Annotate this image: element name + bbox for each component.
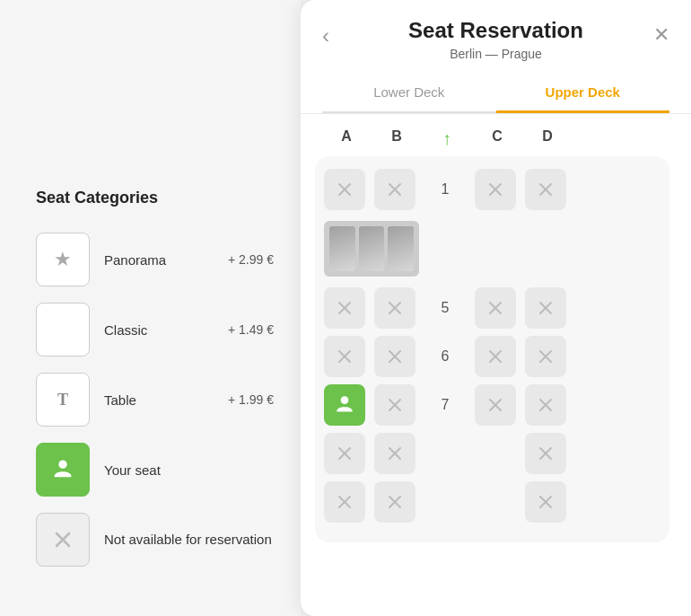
x-svg bbox=[53, 530, 73, 550]
table-icon: T bbox=[36, 373, 90, 427]
svg-point-0 bbox=[58, 461, 66, 469]
seat-5d[interactable] bbox=[525, 287, 566, 329]
seat-6d[interactable] bbox=[525, 336, 566, 377]
modal-header: ‹ ✕ Seat Reservation Berlin — Prague Low… bbox=[301, 0, 691, 114]
row-num-7: 7 bbox=[424, 384, 466, 426]
seat-6a[interactable] bbox=[324, 336, 365, 377]
categories-title: Seat Categories bbox=[36, 189, 274, 207]
panorama-row bbox=[324, 217, 660, 280]
table-row: 1 bbox=[324, 169, 660, 210]
seat-8a[interactable] bbox=[324, 433, 365, 474]
category-table: T Table + 1.99 € bbox=[36, 373, 274, 427]
panorama-price: + 2.99 € bbox=[228, 252, 274, 267]
seat-8d[interactable] bbox=[525, 433, 566, 474]
seat-8b[interactable] bbox=[374, 433, 415, 474]
seat-1d[interactable] bbox=[525, 169, 566, 210]
col-d: D bbox=[525, 128, 570, 149]
tab-lower-deck[interactable]: Lower Deck bbox=[322, 74, 496, 113]
seat-6c[interactable] bbox=[475, 336, 516, 377]
seat-7a-selected[interactable] bbox=[324, 384, 365, 426]
row-num-pano bbox=[424, 228, 466, 269]
panorama-visual bbox=[324, 221, 419, 277]
seat-5a[interactable] bbox=[324, 287, 365, 329]
your-seat-label: Your seat bbox=[104, 462, 274, 478]
classic-price: + 1.49 € bbox=[228, 322, 274, 337]
row-num-5: 5 bbox=[424, 287, 466, 329]
pano-strip-1 bbox=[329, 226, 355, 271]
seat-8c bbox=[475, 433, 516, 474]
seat-9d[interactable] bbox=[525, 481, 566, 523]
pano-strip-3 bbox=[388, 226, 414, 271]
seat-1b[interactable] bbox=[374, 169, 415, 210]
svg-point-27 bbox=[341, 396, 349, 404]
table-row: 7 bbox=[324, 384, 660, 426]
unavailable-label: Not available for reservation bbox=[104, 531, 274, 549]
seat-1a[interactable] bbox=[324, 169, 365, 210]
panorama-label: Panorama bbox=[104, 252, 228, 268]
category-unavailable: Not available for reservation bbox=[36, 513, 274, 567]
seat-9b[interactable] bbox=[374, 481, 415, 523]
seat-area: 1 bbox=[315, 156, 669, 542]
left-panel: Seat Categories ★ Panorama + 2.99 € Clas… bbox=[0, 0, 301, 616]
pano-strip-2 bbox=[359, 226, 385, 271]
table-row bbox=[324, 481, 660, 523]
back-button[interactable]: ‹ bbox=[315, 20, 337, 52]
seat-9a[interactable] bbox=[324, 481, 365, 523]
table-price: + 1.99 € bbox=[228, 392, 274, 407]
table-row: 6 bbox=[324, 336, 660, 377]
col-b: B bbox=[374, 128, 419, 149]
category-classic: Classic + 1.49 € bbox=[36, 303, 274, 356]
unavailable-icon bbox=[36, 513, 90, 567]
category-panorama: ★ Panorama + 2.99 € bbox=[36, 233, 274, 286]
close-button[interactable]: ✕ bbox=[646, 20, 677, 50]
table-row: 5 bbox=[324, 287, 660, 329]
classic-label: Classic bbox=[104, 322, 228, 338]
your-seat-icon bbox=[36, 443, 90, 497]
seat-7d[interactable] bbox=[525, 384, 566, 426]
classic-icon bbox=[36, 303, 90, 356]
modal-title: Seat Reservation bbox=[322, 18, 669, 43]
seat-5c[interactable] bbox=[475, 287, 516, 329]
deck-tabs: Lower Deck Upper Deck bbox=[322, 74, 669, 113]
selected-seat-person-icon bbox=[333, 393, 356, 417]
row-num-9 bbox=[424, 481, 466, 523]
row-num-6: 6 bbox=[424, 336, 466, 377]
panorama-icon: ★ bbox=[36, 233, 90, 286]
col-a: A bbox=[324, 128, 369, 149]
col-c: C bbox=[475, 128, 520, 149]
modal-subtitle: Berlin — Prague bbox=[322, 47, 669, 61]
seat-7c[interactable] bbox=[475, 384, 516, 426]
row-num-8 bbox=[424, 433, 466, 474]
seat-reservation-modal: ‹ ✕ Seat Reservation Berlin — Prague Low… bbox=[301, 0, 691, 616]
table-label: Table bbox=[104, 392, 228, 408]
person-svg bbox=[50, 457, 75, 482]
seat-1c[interactable] bbox=[475, 169, 516, 210]
seat-5b[interactable] bbox=[374, 287, 415, 329]
seat-9c bbox=[475, 481, 516, 523]
tab-upper-deck[interactable]: Upper Deck bbox=[496, 74, 670, 113]
direction-icon: ↑ bbox=[424, 128, 469, 149]
row-num-1: 1 bbox=[424, 169, 466, 210]
seat-map[interactable]: A B ↑ C D 1 bbox=[301, 114, 691, 616]
column-headers: A B ↑ C D bbox=[315, 128, 669, 149]
seat-7b[interactable] bbox=[374, 384, 415, 426]
seat-6b[interactable] bbox=[374, 336, 415, 377]
table-row bbox=[324, 433, 660, 474]
category-your-seat: Your seat bbox=[36, 443, 274, 497]
